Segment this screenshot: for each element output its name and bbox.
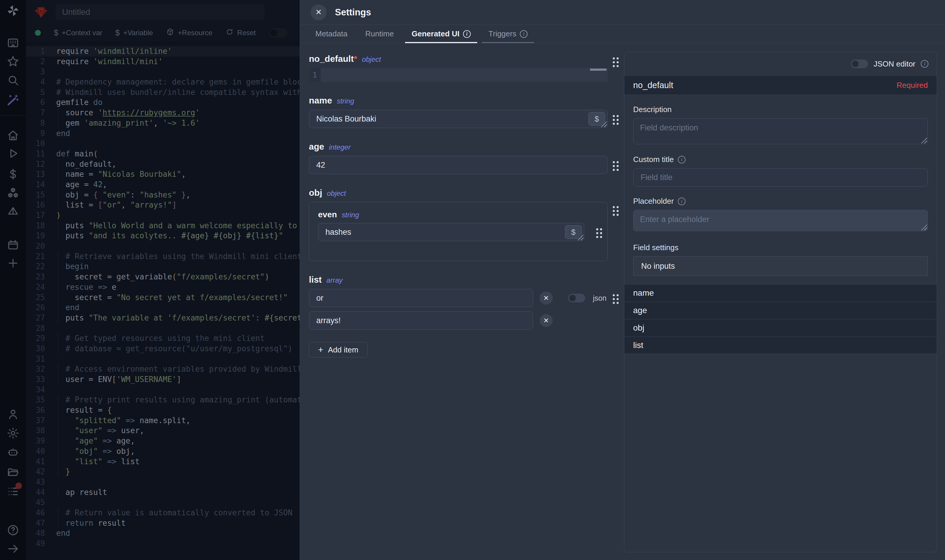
- sidebar-workspace-icon[interactable]: [6, 36, 20, 49]
- sidebar-favorites-icon[interactable]: [6, 55, 20, 68]
- code-text: secret = get_variable("f/examples/secret…: [45, 272, 300, 282]
- drag-handle-icon[interactable]: [613, 161, 619, 171]
- code-line: 10: [26, 138, 300, 149]
- code-text: user = ENV['WM_USERNAME']: [45, 374, 300, 385]
- code-line: 46 # Return value is automatically conve…: [26, 508, 300, 518]
- sidebar-folders-icon[interactable]: [6, 466, 20, 479]
- code-line: 9end: [26, 128, 300, 138]
- code-line: 34: [26, 385, 300, 395]
- sidebar-runs-icon[interactable]: [6, 147, 20, 160]
- panel-field-row-name[interactable]: name: [624, 284, 937, 302]
- line-number: 18: [26, 221, 45, 231]
- scrollbar-thumb[interactable]: [590, 69, 606, 71]
- sidebar-audit-logs-icon[interactable]: [6, 485, 20, 498]
- sidebar-add-icon[interactable]: [6, 257, 20, 270]
- sidebar-help-icon[interactable]: [6, 524, 20, 537]
- add-variable-button[interactable]: $ +Variable: [116, 28, 153, 38]
- code-line: 31: [26, 354, 300, 364]
- age-input[interactable]: 42: [309, 156, 608, 174]
- add-resource-button[interactable]: +Resource: [166, 28, 213, 38]
- sidebar-workers-icon[interactable]: [6, 446, 20, 459]
- resize-handle[interactable]: [921, 225, 927, 230]
- json-mini-editor[interactable]: 1: [309, 68, 608, 82]
- remove-item-icon[interactable]: ✕: [540, 314, 553, 327]
- drag-handle-icon[interactable]: [613, 57, 619, 67]
- reset-button[interactable]: Reset: [225, 28, 256, 38]
- drag-handle-icon[interactable]: [613, 294, 619, 304]
- sidebar-home-icon[interactable]: [6, 129, 20, 142]
- code-line: 30 # database = get_resource("u/user/my_…: [26, 343, 300, 354]
- windmill-logo-icon[interactable]: [6, 4, 20, 17]
- plus-icon: +: [318, 345, 324, 355]
- even-input[interactable]: hashes $: [318, 223, 584, 241]
- insert-variable-button[interactable]: $: [565, 225, 582, 239]
- line-number: 8: [26, 118, 45, 128]
- code-text: # Retrieve variables using the Windmill …: [45, 251, 300, 262]
- code-line: 18 puts "Hello World and a warm welcome …: [26, 221, 300, 231]
- sidebar-user-icon[interactable]: [6, 408, 20, 421]
- tab-metadata[interactable]: Metadata: [309, 25, 354, 43]
- sidebar-collapse-icon[interactable]: [6, 542, 20, 555]
- code-text: return result: [45, 518, 300, 528]
- sidebar-variables-icon[interactable]: [6, 168, 20, 181]
- list-item-input[interactable]: or: [309, 289, 533, 307]
- code-line: 22 begin: [26, 262, 300, 272]
- panel-field-row-list[interactable]: list: [624, 337, 937, 354]
- code-text: [45, 385, 300, 395]
- code-line: 42 }: [26, 466, 300, 477]
- sidebar-search-icon[interactable]: [6, 74, 20, 87]
- add-context-var-button[interactable]: $ +Context var: [54, 28, 102, 38]
- code-line: 44 ap result: [26, 487, 300, 498]
- windmill-app: Untitled $ +Context var $ +Variable +Res…: [0, 0, 945, 560]
- sidebar-resources-icon[interactable]: [6, 187, 20, 200]
- code-line: 15 obj = { "even": "hashes" },: [26, 190, 300, 200]
- json-editor-label: JSON editor: [873, 59, 916, 69]
- sidebar-schedules-icon[interactable]: [6, 238, 20, 252]
- remove-item-icon[interactable]: ✕: [540, 292, 553, 305]
- code-line: 49: [26, 538, 300, 549]
- code-line: 35 # Pretty print results using amazing_…: [26, 395, 300, 405]
- code-text: result = {: [45, 405, 300, 415]
- object-subform: even string hashes $: [309, 202, 608, 261]
- line-number: 19: [26, 231, 45, 241]
- panel-field-row-age[interactable]: age: [624, 302, 937, 319]
- tab-runtime[interactable]: Runtime: [359, 25, 400, 43]
- code-text: "age" => age,: [45, 436, 300, 446]
- code-line: 20: [26, 241, 300, 251]
- code-line: 41 "list" => list: [26, 457, 300, 467]
- tab-generated-ui[interactable]: Generated UI i: [405, 25, 477, 43]
- placeholder-textarea[interactable]: Enter a placeholder: [633, 210, 928, 231]
- name-input[interactable]: Nicolas Bourbaki $: [309, 110, 608, 128]
- drag-handle-icon[interactable]: [613, 115, 619, 125]
- code-text: [45, 241, 300, 251]
- close-icon[interactable]: ✕: [311, 5, 327, 20]
- tab-triggers[interactable]: Triggers i: [482, 25, 534, 43]
- sidebar-settings-icon[interactable]: [6, 427, 20, 440]
- insert-variable-button[interactable]: $: [589, 112, 605, 126]
- script-title-input[interactable]: Untitled: [55, 4, 265, 20]
- sidebar-triggers-icon[interactable]: [6, 205, 20, 218]
- line-number: 32: [26, 364, 45, 374]
- selected-field-row[interactable]: no_default Required: [624, 75, 937, 95]
- json-mode-toggle[interactable]: [568, 294, 585, 303]
- custom-title-input[interactable]: Field title: [633, 168, 928, 186]
- code-text: end: [45, 303, 300, 313]
- drag-handle-icon[interactable]: [613, 206, 619, 216]
- editor-toggle[interactable]: [269, 28, 287, 38]
- line-number: 45: [26, 497, 45, 508]
- code-editor[interactable]: 1require 'windmill/inline'2require 'wind…: [26, 42, 300, 560]
- add-item-button[interactable]: + Add item: [309, 342, 367, 357]
- json-editor-toggle[interactable]: [851, 59, 868, 68]
- sidebar-ai-wand-icon[interactable]: [6, 94, 20, 106]
- generated-ui-form: no_default* object 1 name string Nicolas…: [309, 43, 608, 357]
- list-item-input[interactable]: arrays!: [309, 311, 533, 330]
- description-textarea[interactable]: Field description: [633, 118, 928, 144]
- line-number: 37: [26, 415, 45, 426]
- line-number: 39: [26, 436, 45, 446]
- drag-handle-icon[interactable]: [596, 228, 602, 238]
- panel-field-row-obj[interactable]: obj: [624, 319, 937, 337]
- resize-handle[interactable]: [921, 137, 927, 143]
- code-text: no_default,: [45, 159, 300, 169]
- code-line: 1require 'windmill/inline': [26, 46, 300, 57]
- code-text: [45, 354, 300, 364]
